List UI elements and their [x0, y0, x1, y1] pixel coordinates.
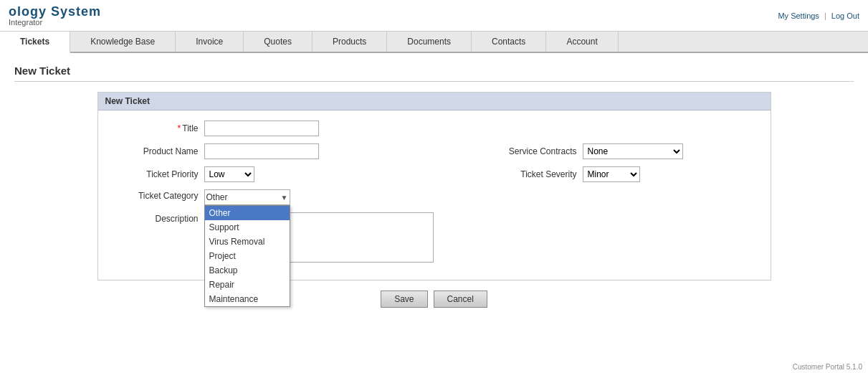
cancel-button[interactable]: Cancel: [434, 291, 487, 308]
service-contracts-select[interactable]: None: [583, 143, 683, 159]
ticket-category-selected-value: Other: [206, 192, 281, 202]
title-label: Title: [105, 123, 199, 133]
category-option-project[interactable]: Project: [205, 249, 290, 263]
category-option-maintenance[interactable]: Maintenance: [205, 292, 290, 306]
ticket-category-chevron-icon: ▼: [281, 194, 288, 202]
save-button[interactable]: Save: [381, 291, 427, 308]
category-row: Ticket Category Other ▼ Other Support Vi…: [105, 189, 763, 205]
new-ticket-form-box: New Ticket Title Product Name Service Co…: [97, 92, 771, 280]
header-separator: |: [824, 11, 826, 20]
nav-tab-account[interactable]: Account: [546, 32, 618, 52]
logo-area: ology System Integrator: [9, 4, 101, 27]
ticket-priority-label: Ticket Priority: [105, 169, 199, 179]
page-content: New Ticket New Ticket Title Product Name…: [0, 53, 868, 319]
header-links: My Settings | Log Out: [778, 11, 859, 20]
nav-tab-products[interactable]: Products: [313, 32, 387, 52]
ticket-priority-select[interactable]: Low Medium High: [204, 166, 254, 182]
form-body: Title Product Name Service Contracts Non…: [98, 110, 771, 280]
ticket-severity-label: Ticket Severity: [477, 169, 577, 179]
product-name-label: Product Name: [105, 146, 199, 156]
ticket-severity-group: Ticket Severity Minor Moderate Major Cri…: [477, 166, 763, 182]
service-contracts-label: Service Contracts: [477, 146, 577, 156]
category-option-backup[interactable]: Backup: [205, 263, 290, 278]
navbar: TicketsKnowledge BaseInvoiceQuotesProduc…: [0, 32, 868, 53]
title-row: Title: [105, 121, 763, 136]
product-service-row: Product Name Service Contracts None: [105, 143, 763, 159]
title-input[interactable]: [204, 121, 319, 136]
nav-tab-tickets[interactable]: Tickets: [0, 32, 70, 53]
form-box-title: New Ticket: [98, 93, 771, 110]
category-option-repair[interactable]: Repair: [205, 278, 290, 292]
page-title: New Ticket: [14, 65, 854, 82]
nav-tab-documents[interactable]: Documents: [387, 32, 472, 52]
service-contracts-group: Service Contracts None: [477, 143, 763, 159]
nav-tab-invoice[interactable]: Invoice: [176, 32, 244, 52]
description-label: Description: [105, 214, 199, 224]
category-option-virus-removal[interactable]: Virus Removal: [205, 235, 290, 249]
log-out-link[interactable]: Log Out: [831, 11, 859, 20]
my-settings-link[interactable]: My Settings: [778, 11, 819, 20]
product-name-input[interactable]: [204, 143, 319, 159]
ticket-category-select-display[interactable]: Other ▼: [204, 189, 290, 205]
button-row: Save Cancel: [14, 291, 854, 308]
category-option-other[interactable]: Other: [205, 206, 290, 220]
nav-tab-contacts[interactable]: Contacts: [472, 32, 546, 52]
logo-top: ology System: [9, 4, 101, 19]
nav-tab-quotes[interactable]: Quotes: [244, 32, 313, 52]
ticket-category-dropdown-wrapper: Other ▼ Other Support Virus Removal Proj…: [204, 189, 290, 205]
logo-bottom: Integrator: [9, 18, 101, 27]
ticket-category-label: Ticket Category: [105, 191, 199, 201]
nav-tab-knowledge-base[interactable]: Knowledge Base: [70, 32, 176, 52]
ticket-category-dropdown-list: Other Support Virus Removal Project Back…: [204, 205, 290, 307]
category-option-support[interactable]: Support: [205, 220, 290, 235]
ticket-severity-select[interactable]: Minor Moderate Major Critical: [583, 166, 640, 182]
header: ology System Integrator My Settings | Lo…: [0, 0, 868, 32]
priority-severity-row: Ticket Priority Low Medium High Ticket S…: [105, 166, 763, 182]
